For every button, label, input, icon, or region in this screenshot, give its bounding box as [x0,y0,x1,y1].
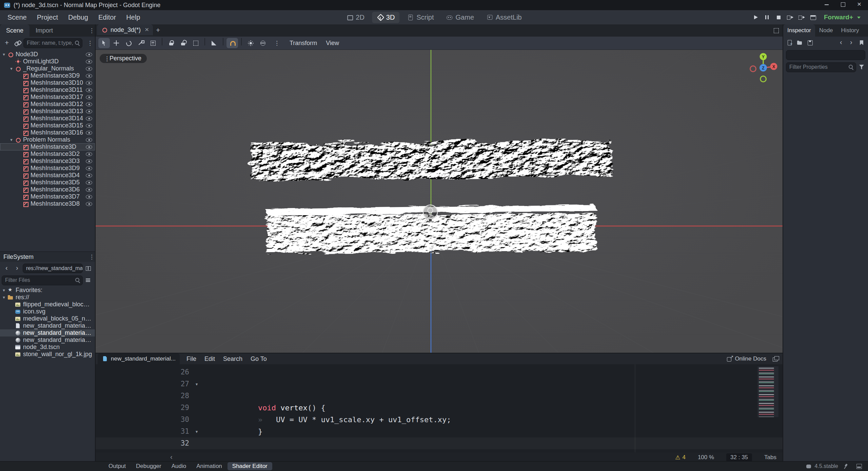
shader-menu-edit[interactable]: Edit [200,354,219,364]
scene-tree-row[interactable]: _Regular_Normals [0,65,95,72]
scene-tree-row[interactable]: MeshInstance3D9 [0,165,95,172]
scene-dock-menu-button[interactable] [85,25,95,36]
shader-menu-search[interactable]: Search [219,354,246,364]
fold-arrow-icon[interactable] [189,426,204,437]
scene-tab-node-3d[interactable]: node_3d(*) [97,24,153,35]
code-minimap[interactable] [757,366,778,417]
scale-mode-button[interactable] [135,38,146,48]
visibility-toggle-icon[interactable] [86,60,92,64]
shader-code-editor[interactable]: 26 27 void vertex() { 28 [96,364,783,452]
filesystem-row[interactable]: icon.svg [0,308,95,315]
line-number[interactable]: 31 [96,426,189,437]
fold-arrow-icon[interactable] [189,402,204,414]
play-custom-scene-button[interactable] [796,12,807,22]
history-forward-button[interactable] [846,38,856,48]
code-line[interactable]: 32 » vec2 base_uv = vec2(1.0) - UV; [96,437,783,449]
line-number[interactable]: 26 [96,366,189,378]
visibility-toggle-icon[interactable] [86,95,92,99]
viewport-menu-icon[interactable] [102,55,108,62]
bottom-tab-output[interactable]: Output [104,462,131,470]
bottom-tab-audio[interactable]: Audio [167,462,191,470]
visibility-toggle-icon[interactable] [86,145,92,149]
tab-inspector[interactable]: Inspector [783,24,815,37]
fs-back-button[interactable] [2,263,12,273]
main-screen-tab-2d[interactable]: 2D [341,12,369,23]
fs-forward-button[interactable] [12,263,22,273]
expand-arrow-icon[interactable] [8,137,15,142]
pin-bottom-panel-button[interactable] [841,461,851,471]
scene-tree-row[interactable]: MeshInstance3D15 [0,122,95,129]
scene-tree-row[interactable]: MeshInstance3D3 [0,158,95,165]
filesystem-row[interactable]: new_standard_material_3d ... [0,322,95,329]
viewport-tool-button[interactable] [223,38,223,45]
line-number[interactable]: 28 [96,390,189,402]
filesystem-row[interactable]: medieval_blocks_05_nor_gl... [0,315,95,322]
preview-environment-button[interactable] [257,38,269,48]
filesystem-row[interactable]: res:// [0,294,95,301]
line-number[interactable]: 30 [96,414,189,426]
dock-tab-import[interactable]: Import [29,24,59,37]
scene-tree-row[interactable]: MeshInstance3D2 [0,150,95,158]
snap-toggle-button[interactable] [226,38,238,48]
list-select-mode-button[interactable] [147,38,159,48]
shader-menu-file[interactable]: File [182,354,200,364]
viewport-tool-button[interactable] [204,38,205,45]
menu-project[interactable]: Project [32,12,63,23]
visibility-toggle-icon[interactable] [86,138,92,142]
new-resource-button[interactable] [785,38,795,48]
float-panel-button[interactable] [770,354,781,364]
expand-arrow-icon[interactable] [1,52,7,57]
scene-tree-row[interactable]: MeshInstance3D [0,143,95,150]
visibility-toggle-icon[interactable] [86,109,92,114]
move-mode-button[interactable] [111,38,122,48]
inspector-dock-menu-button[interactable] [863,25,868,36]
line-number[interactable]: 29 [96,402,189,414]
filter-properties-input[interactable]: Filter Properties [786,62,856,72]
new-scene-tab-button[interactable] [153,25,163,36]
tab-node[interactable]: Node [815,24,837,37]
preview-sunlight-button[interactable] [245,38,256,48]
visibility-toggle-icon[interactable] [86,117,92,121]
main-screen-tab-script[interactable]: Script [402,12,438,23]
dock-tab-scene[interactable]: Scene [0,24,29,37]
line-number[interactable]: 32 [96,437,189,449]
code-line[interactable]: 27 void vertex() { [96,378,783,390]
preview-options-button[interactable] [269,38,281,48]
scroll-left-icon[interactable] [168,454,175,461]
unlock-node-button[interactable] [178,38,189,48]
visibility-toggle-icon[interactable] [86,195,92,199]
visibility-toggle-icon[interactable] [86,131,92,135]
fold-arrow-icon[interactable] [189,437,204,449]
history-back-button[interactable] [836,38,846,48]
viewport-tool-button[interactable] [241,38,242,45]
fs-split-view-button[interactable] [83,263,93,273]
scene-tree-row[interactable]: Node3D [0,51,95,58]
fs-current-path[interactable]: res://new_standard_mat [23,264,83,273]
close-icon[interactable] [143,26,149,33]
shader-menu-goto[interactable]: Go To [246,354,271,364]
warnings-indicator[interactable]: 4 [675,454,686,461]
code-line[interactable]: 26 [96,366,783,378]
filesystem-row[interactable]: stone_wall_nor_gl_1k.jpg [0,351,95,358]
fs-sort-button[interactable] [83,275,93,285]
select-mode-button[interactable] [98,38,110,48]
object-history-button[interactable] [856,38,867,48]
window-minimize-button[interactable] [823,1,830,9]
tab-history[interactable]: History [837,24,863,37]
toggle-bottom-panel-button[interactable] [854,461,864,471]
bottom-tab-debugger[interactable]: Debugger [131,462,166,470]
bottom-tab-shader-editor[interactable]: Shader Editor [228,462,272,470]
scene-tree-row[interactable]: MeshInstance3D16 [0,129,95,136]
menu-editor[interactable]: Editor [94,12,121,23]
scene-tree-row[interactable]: MeshInstance3D5 [0,179,95,186]
zoom-level[interactable]: 100 % [698,454,714,461]
3d-viewport[interactable]: Y X Z Perspective [96,50,783,353]
filesystem-row[interactable]: new_standard_material_3d... [0,336,95,344]
cursor-position[interactable]: 32 : 35 [726,453,752,462]
expand-arrow-icon[interactable] [1,288,7,293]
visibility-toggle-icon[interactable] [86,88,92,92]
scene-tree-row[interactable]: MeshInstance3D12 [0,101,95,108]
visibility-toggle-icon[interactable] [86,124,92,128]
visibility-toggle-icon[interactable] [86,188,92,192]
scene-tree-row[interactable]: OmniLight3D [0,58,95,65]
